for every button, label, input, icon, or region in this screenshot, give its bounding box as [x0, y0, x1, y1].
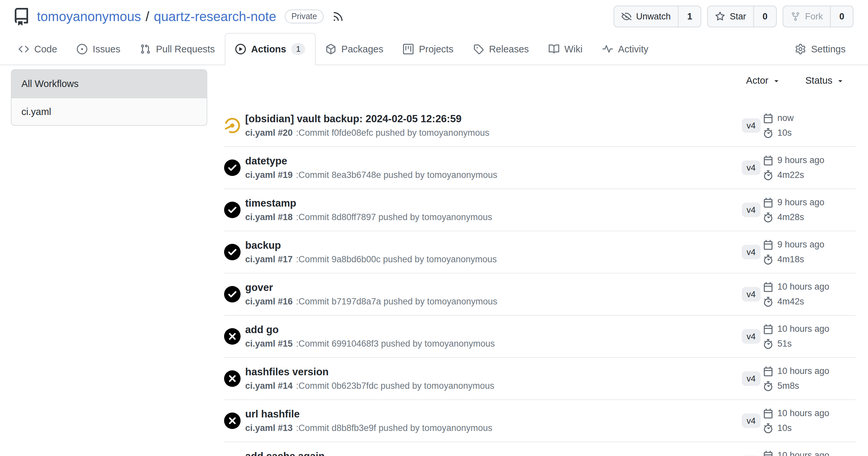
workflow-run-row[interactable]: url hashfile ci.yaml #13:Commit d8b8fb3e… — [224, 400, 856, 442]
rss-feed-icon[interactable] — [332, 10, 344, 23]
repo-owner-link[interactable]: tomoyanonymous — [37, 9, 141, 24]
tab-pull-requests[interactable]: Pull Requests — [130, 34, 225, 65]
star-button[interactable]: Star 0 — [707, 6, 777, 27]
tab-issues[interactable]: Issues — [67, 34, 130, 65]
status-filter-dropdown[interactable]: Status — [805, 75, 844, 86]
calendar-icon — [763, 366, 773, 376]
calendar-icon — [763, 113, 773, 123]
run-title-link[interactable]: url hashfile — [245, 408, 300, 420]
workflow-run-row[interactable]: datetype ci.yaml #19:Commit 8ea3b6748e p… — [224, 147, 856, 189]
actor-filter-dropdown[interactable]: Actor — [746, 75, 780, 86]
run-title-link[interactable]: backup — [245, 239, 281, 251]
workflow-run-row[interactable]: [obsidian] vault backup: 2024-02-05 12:2… — [224, 105, 856, 147]
count-badge[interactable]: 1 — [678, 6, 701, 27]
run-commit-desc: :Commit d8b8fb3e9f pushed by tomoyanonym… — [296, 423, 492, 433]
run-commit-desc: :Commit 69910468f3 pushed by tomoyanonym… — [296, 339, 495, 349]
stopwatch-icon — [763, 213, 773, 222]
gear-icon — [795, 44, 806, 54]
check-circle-icon — [224, 244, 241, 260]
tab-packages[interactable]: Packages — [316, 34, 393, 65]
count-badge[interactable]: 0 — [753, 6, 776, 27]
x-circle-icon — [224, 328, 241, 345]
count-badge[interactable]: 0 — [830, 6, 853, 27]
star-icon — [715, 11, 725, 22]
tag-icon — [473, 44, 484, 54]
workflow-run-row[interactable]: add go ci.yaml #15:Commit 69910468f3 pus… — [224, 316, 856, 358]
header-actions: Unwatch 1 Star 0 Fork 0 — [614, 6, 854, 27]
stopwatch-icon — [763, 297, 773, 307]
chevron-down-icon — [772, 77, 780, 85]
workflow-run-row[interactable]: gover ci.yaml #16:Commit b7197d8a7a push… — [224, 273, 856, 316]
chevron-down-icon — [836, 77, 844, 85]
run-time: now — [777, 113, 794, 123]
pull-request-icon — [140, 44, 151, 54]
workflow-run-list: [obsidian] vault backup: 2024-02-05 12:2… — [224, 105, 856, 456]
run-subtitle: ci.yaml #13:Commit d8b8fb3e9f pushed by … — [245, 423, 742, 433]
run-title-link[interactable]: add cache again — [245, 450, 324, 456]
tab-settings[interactable]: Settings — [785, 34, 856, 65]
run-workflow-ref: ci.yaml #19 — [245, 170, 292, 180]
run-workflow-ref: ci.yaml #16 — [245, 296, 292, 306]
run-duration: 4m18s — [777, 254, 804, 265]
workflow-run-row[interactable]: backup ci.yaml #17:Commit 9a8bd6b00c pus… — [224, 231, 856, 273]
workflows-sidebar: All Workflows ci.yaml — [11, 69, 207, 126]
run-title-link[interactable]: gover — [245, 282, 273, 294]
run-status-icon — [224, 286, 241, 302]
run-version-badge: v4 — [742, 203, 761, 217]
run-duration: 4m42s — [777, 296, 804, 307]
repo-tab-bar: Code Issues Pull Requests Actions 1 Pack… — [0, 33, 868, 65]
run-title-link[interactable]: datetype — [245, 155, 287, 167]
run-subtitle: ci.yaml #17:Commit 9a8bd6b00c pushed by … — [245, 254, 742, 265]
workflow-run-row[interactable]: timestamp ci.yaml #18:Commit 8d80ff7897 … — [224, 189, 856, 231]
fork-button[interactable]: Fork 0 — [783, 6, 854, 27]
repo-name-link[interactable]: quartz-research-note — [154, 9, 276, 24]
stopwatch-icon — [763, 255, 773, 265]
tab-projects[interactable]: Projects — [393, 34, 463, 65]
run-version-badge: v4 — [742, 118, 761, 133]
run-duration: 10s — [777, 128, 792, 138]
check-circle-icon — [224, 286, 241, 302]
repo-title: tomoyanonymous / quartz-research-note — [37, 9, 276, 24]
tab-actions[interactable]: Actions 1 — [225, 33, 316, 65]
run-duration: 10s — [777, 423, 792, 433]
stopwatch-icon — [763, 339, 773, 349]
run-commit-desc: :Commit f0fde08efc pushed by tomoyanonym… — [296, 128, 489, 138]
tab-releases[interactable]: Releases — [463, 34, 539, 65]
run-commit-desc: :Commit 0b623b7fdc pushed by tomoyanonym… — [296, 381, 494, 391]
run-duration: 4m28s — [777, 212, 804, 222]
run-duration: 4m22s — [777, 170, 804, 180]
repo-separator: / — [146, 9, 149, 24]
calendar-icon — [763, 409, 773, 418]
run-title-link[interactable]: timestamp — [245, 197, 296, 209]
visibility-badge: Private — [285, 9, 323, 23]
stopwatch-icon — [763, 128, 773, 138]
calendar-icon — [763, 451, 773, 456]
sidebar-item-ci-yaml[interactable]: ci.yaml — [11, 98, 207, 125]
sidebar-item-all-workflows[interactable]: All Workflows — [11, 70, 207, 98]
tab-wiki[interactable]: Wiki — [539, 34, 592, 65]
run-meta: now 10s — [763, 113, 856, 138]
run-status-icon — [224, 117, 241, 134]
run-title-link[interactable]: [obsidian] vault backup: 2024-02-05 12:2… — [245, 113, 461, 125]
run-title-link[interactable]: hashfiles version — [245, 366, 329, 378]
project-icon — [403, 44, 413, 54]
run-meta: 9 hours ago 4m22s — [763, 155, 856, 181]
run-subtitle: ci.yaml #20:Commit f0fde08efc pushed by … — [245, 128, 742, 138]
run-commit-desc: :Commit 8ea3b6748e pushed by tomoyanonym… — [296, 170, 497, 180]
calendar-icon — [763, 198, 773, 207]
workflow-run-row[interactable]: add cache again v4 10 hours ago — [224, 442, 856, 456]
run-title-link[interactable]: add go — [245, 324, 279, 336]
run-version-badge: v4 — [742, 329, 761, 344]
run-version-badge: v4 — [742, 287, 761, 301]
tab-code[interactable]: Code — [8, 34, 67, 65]
stopwatch-icon — [763, 423, 773, 433]
fork-icon — [790, 11, 801, 22]
tab-activity[interactable]: Activity — [592, 34, 658, 65]
run-meta: 10 hours ago — [763, 450, 856, 456]
repo-header: tomoyanonymous / quartz-research-note Pr… — [12, 0, 854, 33]
unwatch-button[interactable]: Unwatch 1 — [614, 6, 701, 27]
run-workflow-ref: ci.yaml #17 — [245, 254, 292, 264]
run-duration: 51s — [777, 339, 792, 349]
workflow-run-row[interactable]: hashfiles version ci.yaml #14:Commit 0b6… — [224, 358, 856, 400]
book-icon — [549, 44, 559, 54]
